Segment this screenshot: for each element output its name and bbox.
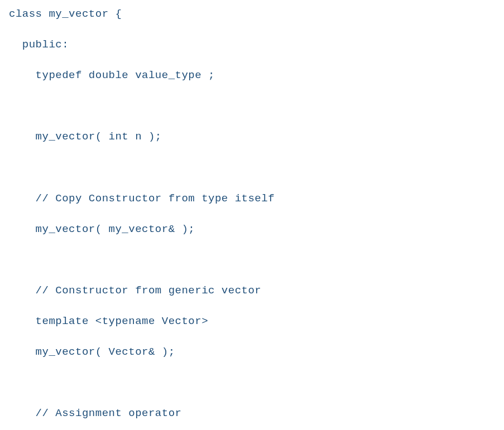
code-line: my_vector( Vector& ); (9, 345, 495, 360)
code-line: class my_vector { (9, 7, 495, 22)
code-line: // Assignment operator (9, 406, 495, 422)
code-line: my_vector( int n ); (9, 129, 495, 145)
code-line: public: (9, 37, 495, 53)
code-line (9, 99, 495, 114)
code-line: my_vector( my_vector& ); (9, 222, 495, 238)
code-line (9, 160, 495, 176)
code-line: template <typename Vector> (9, 314, 495, 330)
code-snippet: class my_vector { public: typedef double… (9, 7, 495, 430)
code-line (9, 375, 495, 391)
code-line: // Copy Constructor from type itself (9, 191, 495, 207)
code-line: typedef double value_type ; (9, 68, 495, 84)
code-line (9, 253, 495, 268)
code-line: // Constructor from generic vector (9, 283, 495, 299)
